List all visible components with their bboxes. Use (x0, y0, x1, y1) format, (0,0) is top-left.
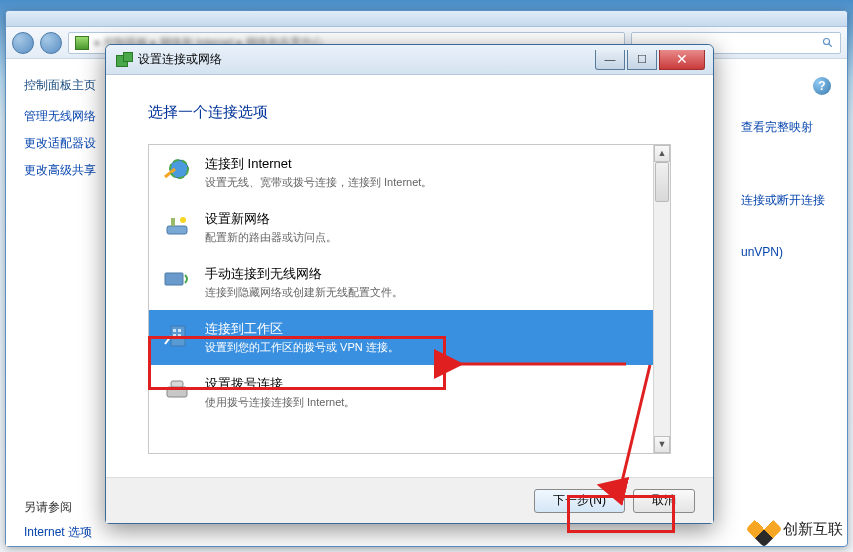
globe-icon (161, 155, 193, 187)
svg-point-6 (180, 217, 186, 223)
phone-icon (161, 375, 193, 407)
scroll-down-button[interactable]: ▼ (654, 436, 670, 453)
maximize-button[interactable]: ☐ (627, 50, 657, 70)
link-connect-disconnect[interactable]: 连接或断开连接 (741, 192, 825, 209)
option-title: 设置拨号连接 (205, 375, 641, 393)
sidebar-item-adapter[interactable]: 更改适配器设 (24, 135, 106, 152)
router-icon (161, 210, 193, 242)
option-desc: 使用拨号连接连接到 Internet。 (205, 395, 641, 410)
option-connect-workplace[interactable]: 连接到工作区 设置到您的工作区的拨号或 VPN 连接。 (149, 310, 653, 365)
dialog-heading: 选择一个连接选项 (148, 103, 671, 122)
svg-rect-14 (171, 381, 183, 387)
watermark-icon (746, 511, 783, 548)
option-title: 连接到工作区 (205, 320, 641, 338)
right-links: 查看完整映射 连接或断开连接 unVPN) (741, 119, 825, 265)
help-icon[interactable]: ? (813, 77, 831, 95)
cancel-button[interactable]: 取消 (633, 489, 695, 513)
dialog-title: 设置连接或网络 (138, 51, 222, 68)
option-title: 设置新网络 (205, 210, 641, 228)
option-dialup[interactable]: 设置拨号连接 使用拨号连接连接到 Internet。 (149, 365, 653, 420)
svg-rect-4 (167, 226, 187, 234)
svg-rect-7 (165, 273, 183, 285)
dialog-footer: 下一步(N) 取消 (106, 477, 713, 523)
svg-rect-5 (171, 218, 175, 226)
svg-rect-11 (173, 334, 176, 337)
svg-rect-10 (178, 329, 181, 332)
option-manual-wireless[interactable]: 手动连接到无线网络 连接到隐藏网络或创建新无线配置文件。 (149, 255, 653, 310)
option-connect-internet[interactable]: 连接到 Internet 设置无线、宽带或拨号连接，连接到 Internet。 (149, 145, 653, 200)
dialog-titlebar[interactable]: 设置连接或网络 — ☐ ✕ (106, 45, 713, 75)
scrollbar[interactable]: ▲ ▼ (653, 145, 670, 453)
scroll-up-button[interactable]: ▲ (654, 145, 670, 162)
explorer-titlebar (6, 11, 847, 27)
monitor-wireless-icon (161, 265, 193, 297)
watermark: 创新互联 (751, 516, 843, 542)
svg-line-1 (829, 43, 832, 46)
link-view-map[interactable]: 查看完整映射 (741, 119, 825, 136)
sidebar-item-wireless[interactable]: 管理无线网络 (24, 108, 106, 125)
network-icon (75, 36, 89, 50)
sidebar: 控制面板主页 管理无线网络 更改适配器设 更改高级共享 另请参阅 Interne… (6, 59, 106, 546)
sidebar-heading: 控制面板主页 (24, 77, 106, 94)
option-title: 手动连接到无线网络 (205, 265, 641, 283)
back-button[interactable] (12, 32, 34, 54)
svg-rect-13 (167, 387, 187, 397)
link-vpn[interactable]: unVPN) (741, 245, 825, 259)
forward-button[interactable] (40, 32, 62, 54)
options-list: 连接到 Internet 设置无线、宽带或拨号连接，连接到 Internet。 … (148, 144, 671, 454)
setup-connection-dialog: 设置连接或网络 — ☐ ✕ 选择一个连接选项 连接到 Internet 设置无线… (105, 44, 714, 524)
option-desc: 连接到隐藏网络或创建新无线配置文件。 (205, 285, 641, 300)
dialog-icon (116, 52, 132, 68)
scroll-thumb[interactable] (655, 162, 669, 202)
option-desc: 配置新的路由器或访问点。 (205, 230, 641, 245)
svg-rect-12 (178, 334, 181, 337)
search-icon (822, 37, 834, 49)
option-desc: 设置无线、宽带或拨号连接，连接到 Internet。 (205, 175, 641, 190)
see-also-heading: 另请参阅 (24, 499, 106, 516)
minimize-button[interactable]: — (595, 50, 625, 70)
sidebar-item-internet-options[interactable]: Internet 选项 (24, 524, 106, 541)
option-new-network[interactable]: 设置新网络 配置新的路由器或访问点。 (149, 200, 653, 255)
svg-rect-9 (173, 329, 176, 332)
sidebar-item-sharing[interactable]: 更改高级共享 (24, 162, 106, 179)
option-desc: 设置到您的工作区的拨号或 VPN 连接。 (205, 340, 641, 355)
close-button[interactable]: ✕ (659, 50, 705, 70)
watermark-text: 创新互联 (783, 520, 843, 539)
building-icon (161, 320, 193, 352)
option-title: 连接到 Internet (205, 155, 641, 173)
svg-point-0 (824, 38, 830, 44)
next-button[interactable]: 下一步(N) (534, 489, 625, 513)
